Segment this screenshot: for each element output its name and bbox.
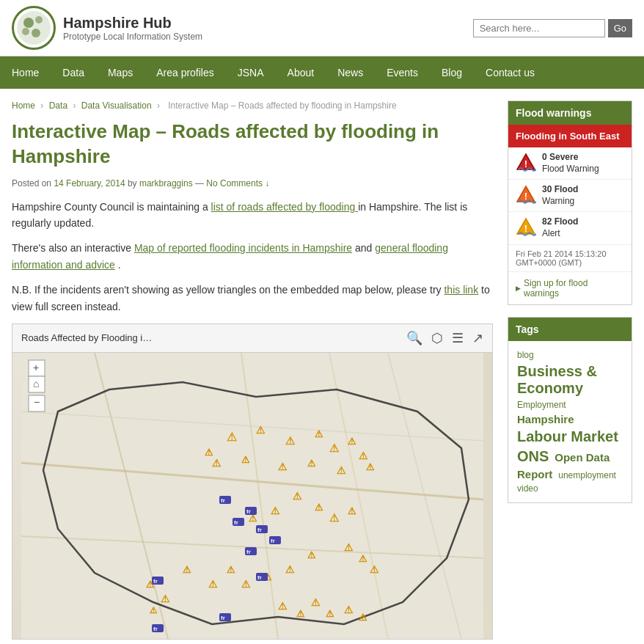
svg-text:⚠: ⚠ [359,612,367,623]
svg-text:⚠: ⚠ [329,442,339,454]
map-share-icon[interactable]: ↗ [472,330,483,346]
content-area: Home › Data › Data Visualisation › Inter… [0,89,644,644]
tags-box: Tags blog Business & Economy Employment … [508,317,632,503]
tags-body: blog Business & Economy Employment Hamps… [508,341,632,502]
nav-news[interactable]: News [326,56,375,89]
svg-text:fr: fr [153,626,158,632]
nav-jsna[interactable]: JSNA [226,56,276,89]
svg-text:⚠: ⚠ [307,458,316,469]
tag-open-data[interactable]: Open Data [555,451,610,464]
map-list-icon[interactable]: ☰ [452,330,464,346]
breadcrumb-sep2: › [73,100,78,111]
roads-list-link[interactable]: list of roads affected by flooding [211,201,359,213]
tag-employment[interactable]: Employment [517,400,566,410]
tag-blog[interactable]: blog [517,350,534,360]
left-content: Home › Data › Data Visualisation › Inter… [12,100,493,640]
svg-text:⚠: ⚠ [241,578,251,590]
flood-warning-item: ! 30 Flood Warning [508,180,632,212]
nav-events[interactable]: Events [375,56,430,89]
svg-text:⚠: ⚠ [315,502,323,513]
by-label: by [128,178,137,189]
tag-labour-market[interactable]: Labour Market [517,428,618,445]
svg-text:!: ! [524,191,527,202]
logo-area: Hampshire Hub Prototype Local Informatio… [12,6,202,50]
svg-text:⚠: ⚠ [256,424,266,436]
tag-video[interactable]: video [517,483,538,494]
svg-text:fr: fr [246,508,251,515]
flood-alert-text: Alert [542,228,560,238]
svg-text:⚠: ⚠ [359,450,368,461]
flood-warnings-title: Flood warnings [508,101,632,125]
comments-link[interactable]: No Comments ↓ [206,178,269,189]
map-search-icon[interactable]: 🔍 [406,330,422,346]
para2-end: . [118,259,121,271]
dash: — [195,178,206,189]
para1-before: Hampshire County Council is maintaining … [12,201,208,213]
tag-ons[interactable]: ONS [517,448,549,465]
sign-up-link[interactable]: Sign up for flood warnings [508,272,632,304]
svg-text:fr: fr [246,549,251,555]
tag-report[interactable]: Report [517,468,552,480]
author-link[interactable]: markbraggins [139,178,193,189]
svg-text:fr: fr [221,615,225,621]
map-embed[interactable]: ⚠ ⚠ ⚠ ⚠ ⚠ ⚠ ⚠ ⚠ ⚠ ⚠ ⚠ ⚠ ⚠ [12,353,492,639]
svg-text:⚠: ⚠ [208,578,218,590]
tag-business-economy[interactable]: Business & Economy [517,363,623,397]
para3: N.B. If the incidents aren't showing as … [12,282,493,315]
fullscreen-link[interactable]: this link [444,284,478,296]
para3-before: N.B. If the incidents aren't showing as … [12,284,442,296]
nav-blog[interactable]: Blog [430,56,474,89]
svg-text:⚠: ⚠ [285,563,295,575]
svg-text:fr: fr [257,527,262,533]
breadcrumb-data[interactable]: Data [49,100,67,111]
svg-point-4 [32,29,40,37]
svg-text:⚠: ⚠ [370,563,379,575]
search-button[interactable]: Go [608,19,632,37]
svg-text:⚠: ⚠ [227,564,235,575]
site-subtitle: Prototype Local Information System [63,32,202,42]
nav-home[interactable]: Home [0,56,51,89]
svg-text:⚠: ⚠ [183,564,191,575]
svg-text:⚠: ⚠ [278,600,288,612]
svg-text:fr: fr [271,538,275,544]
breadcrumb: Home › Data › Data Visualisation › Inter… [12,100,493,111]
map-layers-icon[interactable]: ⬡ [431,330,443,346]
tag-unemployment[interactable]: unemployment [558,470,616,480]
breadcrumb-data-vis[interactable]: Data Visualisation [81,100,152,111]
svg-text:⚠: ⚠ [311,596,321,608]
svg-text:!: ! [524,223,527,234]
post-date-link[interactable]: 14 February, 2014 [54,178,125,189]
svg-point-0 [18,12,50,44]
svg-text:⚠: ⚠ [315,428,323,439]
breadcrumb-home[interactable]: Home [12,100,35,111]
flood-warning-label: 30 Flood Warning [542,184,578,207]
svg-text:⚠: ⚠ [285,434,295,447]
tags-title: Tags [508,318,632,341]
severe-flood-item: ! 0 Severe Flood Warning [508,147,632,180]
flood-alert-icon: ! [516,216,536,237]
svg-text:⚠: ⚠ [212,457,222,469]
severe-flood-icon: ! [516,152,536,172]
svg-text:fr: fr [234,519,238,526]
site-title: Hampshire Hub [63,15,202,32]
flood-warning-count: 30 Flood [542,184,578,196]
main-nav: Home Data Maps Area profiles JSNA About … [0,56,644,89]
flood-map-link[interactable]: Map of reported flooding incidents in Ha… [134,242,352,254]
svg-text:⚠: ⚠ [348,505,356,516]
nav-about[interactable]: About [276,56,326,89]
map-toolbar-title: Roads Affected by Flooding i… [21,332,152,343]
tag-hampshire[interactable]: Hampshire [517,413,574,425]
nav-contact-us[interactable]: Contact us [474,56,546,89]
nav-area-profiles[interactable]: Area profiles [144,56,226,89]
svg-text:⚠: ⚠ [337,464,346,476]
svg-text:!: ! [524,158,527,169]
breadcrumb-sep1: › [40,100,45,111]
posted-on-label: Posted on [12,178,51,189]
breadcrumb-current: Interactive Map – Roads affected by floo… [168,100,396,111]
nav-maps[interactable]: Maps [96,56,144,89]
search-input[interactable] [473,19,605,37]
svg-text:⌂: ⌂ [33,378,39,389]
svg-text:⚠: ⚠ [307,549,316,560]
map-container: Roads Affected by Flooding i… 🔍 ⬡ ☰ ↗ [12,323,493,640]
nav-data[interactable]: Data [51,56,96,89]
